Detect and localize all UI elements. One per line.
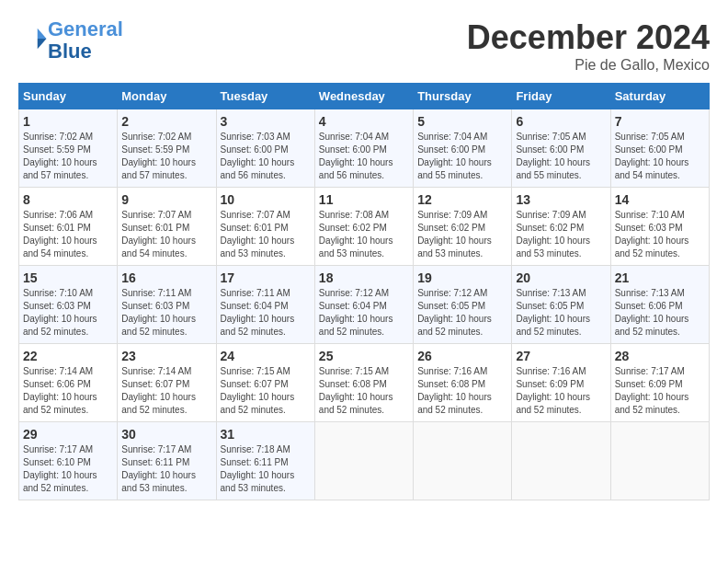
calendar-day-7: 7Sunrise: 7:05 AMSunset: 6:00 PMDaylight… (610, 109, 709, 188)
weekday-header-sunday: Sunday (19, 84, 118, 109)
calendar-week-5: 29Sunrise: 7:17 AMSunset: 6:10 PMDayligh… (19, 422, 710, 500)
calendar-empty (610, 422, 709, 500)
calendar-day-8: 8Sunrise: 7:06 AMSunset: 6:01 PMDaylight… (19, 188, 118, 266)
weekday-header-tuesday: Tuesday (216, 84, 314, 109)
calendar-day-30: 30Sunrise: 7:17 AMSunset: 6:11 PMDayligh… (118, 422, 216, 500)
weekday-header-wednesday: Wednesday (314, 84, 413, 109)
month-title: December 2024 (467, 18, 710, 57)
calendar-week-1: 1Sunrise: 7:02 AMSunset: 5:59 PMDaylight… (19, 109, 710, 188)
calendar-day-11: 11Sunrise: 7:08 AMSunset: 6:02 PMDayligh… (314, 188, 413, 266)
calendar-day-25: 25Sunrise: 7:15 AMSunset: 6:08 PMDayligh… (314, 344, 413, 422)
calendar-day-24: 24Sunrise: 7:15 AMSunset: 6:07 PMDayligh… (216, 344, 314, 422)
calendar-day-6: 6Sunrise: 7:05 AMSunset: 6:00 PMDaylight… (512, 109, 610, 188)
calendar-week-2: 8Sunrise: 7:06 AMSunset: 6:01 PMDaylight… (19, 188, 710, 266)
weekday-header-saturday: Saturday (610, 84, 709, 109)
weekday-header-row: SundayMondayTuesdayWednesdayThursdayFrid… (19, 84, 710, 109)
calendar-day-27: 27Sunrise: 7:16 AMSunset: 6:09 PMDayligh… (512, 344, 610, 422)
calendar-day-23: 23Sunrise: 7:14 AMSunset: 6:07 PMDayligh… (118, 344, 216, 422)
calendar-day-29: 29Sunrise: 7:17 AMSunset: 6:10 PMDayligh… (19, 422, 118, 500)
calendar-day-28: 28Sunrise: 7:17 AMSunset: 6:09 PMDayligh… (610, 344, 709, 422)
calendar-day-31: 31Sunrise: 7:18 AMSunset: 6:11 PMDayligh… (216, 422, 314, 500)
svg-marker-1 (38, 39, 47, 49)
calendar-day-13: 13Sunrise: 7:09 AMSunset: 6:02 PMDayligh… (512, 188, 610, 266)
calendar-day-18: 18Sunrise: 7:12 AMSunset: 6:04 PMDayligh… (314, 266, 413, 344)
calendar-body: 1Sunrise: 7:02 AMSunset: 5:59 PMDaylight… (19, 109, 710, 500)
logo-icon (20, 25, 48, 52)
calendar-day-14: 14Sunrise: 7:10 AMSunset: 6:03 PMDayligh… (610, 188, 709, 266)
calendar-day-4: 4Sunrise: 7:04 AMSunset: 6:00 PMDaylight… (314, 109, 413, 188)
logo-text: GeneralBlue (48, 18, 123, 63)
calendar-week-4: 22Sunrise: 7:14 AMSunset: 6:06 PMDayligh… (19, 344, 710, 422)
calendar-day-22: 22Sunrise: 7:14 AMSunset: 6:06 PMDayligh… (19, 344, 118, 422)
logo: GeneralBlue (18, 18, 123, 63)
page-header: GeneralBlue December 2024 Pie de Gallo, … (18, 18, 710, 74)
weekday-header-friday: Friday (512, 84, 610, 109)
calendar-empty (314, 422, 413, 500)
calendar-empty (414, 422, 512, 500)
calendar-day-3: 3Sunrise: 7:03 AMSunset: 6:00 PMDaylight… (216, 109, 314, 188)
svg-marker-0 (38, 29, 47, 39)
calendar-day-19: 19Sunrise: 7:12 AMSunset: 6:05 PMDayligh… (414, 266, 512, 344)
calendar-day-15: 15Sunrise: 7:10 AMSunset: 6:03 PMDayligh… (19, 266, 118, 344)
calendar-day-9: 9Sunrise: 7:07 AMSunset: 6:01 PMDaylight… (118, 188, 216, 266)
calendar-day-17: 17Sunrise: 7:11 AMSunset: 6:04 PMDayligh… (216, 266, 314, 344)
title-section: December 2024 Pie de Gallo, Mexico (467, 18, 710, 74)
calendar-day-21: 21Sunrise: 7:13 AMSunset: 6:06 PMDayligh… (610, 266, 709, 344)
calendar-day-12: 12Sunrise: 7:09 AMSunset: 6:02 PMDayligh… (414, 188, 512, 266)
calendar-table: SundayMondayTuesdayWednesdayThursdayFrid… (18, 83, 710, 500)
weekday-header-thursday: Thursday (414, 84, 512, 109)
calendar-day-10: 10Sunrise: 7:07 AMSunset: 6:01 PMDayligh… (216, 188, 314, 266)
calendar-day-5: 5Sunrise: 7:04 AMSunset: 6:00 PMDaylight… (414, 109, 512, 188)
calendar-day-1: 1Sunrise: 7:02 AMSunset: 5:59 PMDaylight… (19, 109, 118, 188)
calendar-header: SundayMondayTuesdayWednesdayThursdayFrid… (19, 84, 710, 109)
calendar-day-20: 20Sunrise: 7:13 AMSunset: 6:05 PMDayligh… (512, 266, 610, 344)
weekday-header-monday: Monday (118, 84, 216, 109)
calendar-day-16: 16Sunrise: 7:11 AMSunset: 6:03 PMDayligh… (118, 266, 216, 344)
calendar-empty (512, 422, 610, 500)
calendar-day-26: 26Sunrise: 7:16 AMSunset: 6:08 PMDayligh… (414, 344, 512, 422)
svg-rect-2 (24, 29, 40, 50)
location: Pie de Gallo, Mexico (467, 57, 710, 74)
calendar-week-3: 15Sunrise: 7:10 AMSunset: 6:03 PMDayligh… (19, 266, 710, 344)
calendar-day-2: 2Sunrise: 7:02 AMSunset: 5:59 PMDaylight… (118, 109, 216, 188)
